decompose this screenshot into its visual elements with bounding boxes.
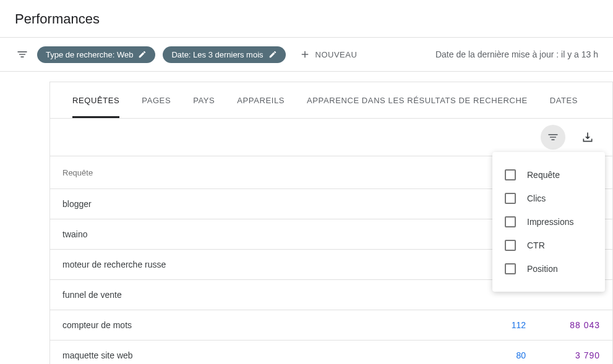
dropdown-item-impressions[interactable]: Impressions	[505, 210, 593, 234]
filter-list-icon[interactable]	[15, 47, 30, 62]
chip-label: Date: Les 3 derniers mois	[171, 50, 263, 59]
dropdown-label: Position	[527, 264, 558, 274]
dropdown-label: Clics	[527, 193, 546, 203]
checkbox[interactable]	[505, 216, 516, 227]
new-label: NOUVEAU	[315, 50, 358, 59]
data-card: REQUÊTES PAGES PAYS APPAREILS APPARENCE …	[49, 82, 613, 364]
chip-label: Type de recherche: Web	[46, 50, 133, 59]
filter-bar: Type de recherche: Web Date: Les 3 derni…	[0, 37, 613, 71]
add-filter-button[interactable]: NOUVEAU	[293, 45, 364, 64]
dropdown-item-ctr[interactable]: CTR	[505, 234, 593, 257]
dropdown-item-query[interactable]: Requête	[505, 163, 593, 187]
download-button[interactable]	[575, 125, 600, 150]
cell-impressions: 3 790	[526, 350, 600, 360]
table-row[interactable]: maquette site web 80 3 790	[50, 341, 612, 364]
tab-dates[interactable]: DATES	[550, 82, 578, 118]
tab-queries[interactable]: REQUÊTES	[72, 82, 119, 118]
column-header-query[interactable]: Requête	[62, 168, 565, 177]
tab-search-appearance[interactable]: APPARENCE DANS LES RÉSULTATS DE RECHERCH…	[307, 82, 528, 118]
checkbox[interactable]	[505, 263, 516, 274]
cell-clicks: 112	[464, 320, 526, 330]
dropdown-label: CTR	[527, 240, 545, 250]
table-filter-button[interactable]	[541, 125, 565, 150]
cell-query: compteur de mots	[62, 320, 464, 330]
tab-pages[interactable]: PAGES	[142, 82, 171, 118]
checkbox[interactable]	[505, 169, 516, 180]
cell-query: maquette site web	[62, 350, 464, 360]
checkbox[interactable]	[505, 240, 516, 251]
dropdown-label: Requête	[527, 170, 560, 180]
filter-chip-date[interactable]: Date: Les 3 derniers mois	[163, 46, 285, 63]
dropdown-label: Impressions	[527, 217, 573, 227]
plus-icon	[299, 49, 311, 60]
edit-icon	[138, 50, 147, 59]
checkbox[interactable]	[505, 193, 516, 204]
dropdown-item-position[interactable]: Position	[505, 257, 593, 281]
table-toolbar: Requête Clics Impressions CTR Position	[50, 119, 612, 156]
cell-query: funnel de vente	[62, 290, 464, 300]
filter-chip-search-type[interactable]: Type de recherche: Web	[37, 46, 155, 63]
cell-query: blogger	[62, 199, 464, 209]
cell-query: moteur de recherche russe	[62, 260, 464, 269]
cell-query: twaino	[62, 229, 464, 239]
cell-clicks: 80	[464, 350, 526, 360]
dropdown-item-clicks[interactable]: Clics	[505, 187, 593, 210]
edit-icon	[268, 50, 277, 59]
tab-countries[interactable]: PAYS	[193, 82, 215, 118]
tabs: REQUÊTES PAGES PAYS APPAREILS APPARENCE …	[50, 82, 612, 119]
cell-impressions: 88 043	[526, 320, 600, 330]
table-row[interactable]: compteur de mots 112 88 043	[50, 310, 612, 341]
page-title: Performances	[0, 0, 613, 37]
tab-devices[interactable]: APPAREILS	[237, 82, 285, 118]
last-update-text: Date de la dernière mise à jour : il y a…	[435, 49, 598, 59]
column-filter-dropdown: Requête Clics Impressions CTR Position	[492, 152, 605, 292]
